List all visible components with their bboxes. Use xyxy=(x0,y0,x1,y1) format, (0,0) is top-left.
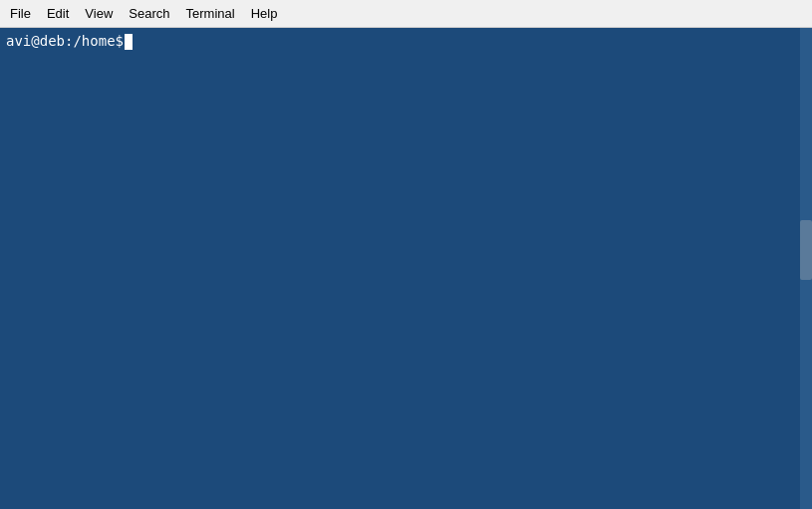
menu-search[interactable]: Search xyxy=(121,3,177,24)
menu-terminal[interactable]: Terminal xyxy=(178,3,243,24)
terminal-cursor xyxy=(125,34,133,50)
prompt-line: avi@deb:/home$ xyxy=(6,32,806,52)
menu-view[interactable]: View xyxy=(77,3,121,24)
menu-help[interactable]: Help xyxy=(243,3,286,24)
menu-file[interactable]: File xyxy=(2,3,39,24)
menubar: File Edit View Search Terminal Help xyxy=(0,0,812,28)
prompt-text: avi@deb:/home$ xyxy=(6,32,124,52)
menu-edit[interactable]: Edit xyxy=(39,3,77,24)
scrollbar[interactable] xyxy=(800,28,812,509)
terminal-area[interactable]: avi@deb:/home$ xyxy=(0,28,812,509)
scrollbar-thumb[interactable] xyxy=(800,220,812,280)
